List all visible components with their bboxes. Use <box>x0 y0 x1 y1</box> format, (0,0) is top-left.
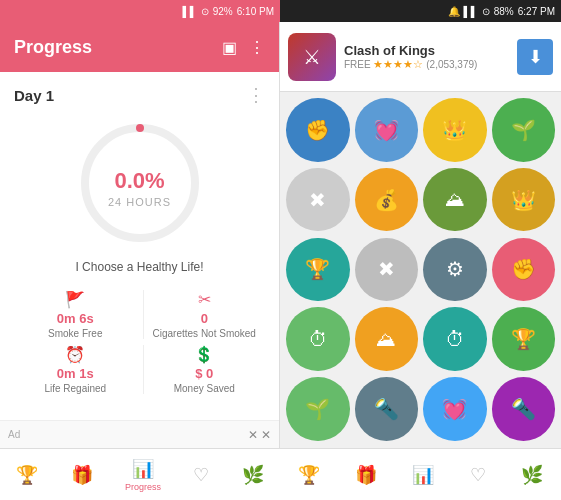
day-options-icon[interactable]: ⋮ <box>247 84 265 106</box>
ad-close-icon[interactable]: ✕ ✕ <box>248 428 271 442</box>
right-battery: 88% <box>494 6 514 17</box>
stat-money: 💲 $ 0 Money Saved <box>143 345 266 394</box>
life-icon: ⏰ <box>65 345 85 364</box>
badge-10[interactable]: ⚙ <box>423 238 487 302</box>
badge-2[interactable]: 👑 <box>423 98 487 162</box>
right-nav-trophy[interactable]: 🏆 <box>298 464 320 486</box>
trophy-icon: 🏆 <box>16 464 38 486</box>
right-signal: ▌▌ <box>464 6 478 17</box>
leaf-icon: 🌿 <box>242 464 264 486</box>
progress-icon: 📊 <box>132 458 154 480</box>
badge-5[interactable]: 💰 <box>355 168 419 232</box>
badge-14[interactable]: ⏱ <box>423 307 487 371</box>
status-bars: ▌▌ ⊙ 92% 6:10 PM 🔔 ▌▌ ⊙ 88% 6:27 PM <box>0 0 561 22</box>
badge-11[interactable]: ✊ <box>492 238 556 302</box>
badge-0[interactable]: ✊ <box>286 98 350 162</box>
smoke-free-label: Smoke Free <box>48 328 102 339</box>
right-leaf-icon: 🌿 <box>521 464 543 486</box>
cigarettes-label: Cigarettes Not Smoked <box>153 328 256 339</box>
nav-gift[interactable]: 🎁 <box>71 464 93 486</box>
bottom-nav-right: 🏆 🎁 📊 ♡ 🌿 <box>280 448 561 500</box>
badge-6[interactable]: ⛰ <box>423 168 487 232</box>
smoke-free-icon: 🚩 <box>65 290 85 309</box>
progress-hours: 24 HOURS <box>108 196 171 208</box>
stat-cigarettes: ✂ 0 Cigarettes Not Smoked <box>143 290 266 339</box>
nav-progress-label: Progress <box>125 482 161 492</box>
left-time: 6:10 PM <box>237 6 274 17</box>
badge-12[interactable]: ⏱ <box>286 307 350 371</box>
life-label: Life Regained <box>44 383 106 394</box>
right-header: ⚔ Clash of Kings FREE ★★★★☆ (2,053,379) … <box>280 22 561 92</box>
badge-grid: ✊ 💓 👑 🌱 ✖ 💰 ⛰ 👑 🏆 ✖ ⚙ ✊ ⏱ ⛰ ⏱ 🏆 🌱 🔦 💓 🔦 <box>280 92 561 448</box>
badge-3[interactable]: 🌱 <box>492 98 556 162</box>
progress-percent: 0.0% <box>114 168 164 194</box>
progress-circle: 0.0% 24 HOURS I Choose a Healthy Life! <box>14 118 265 274</box>
right-panel: ⚔ Clash of Kings FREE ★★★★☆ (2,053,379) … <box>280 22 561 500</box>
badge-8[interactable]: 🏆 <box>286 238 350 302</box>
app-reviews: (2,053,379) <box>426 59 477 70</box>
badge-13[interactable]: ⛰ <box>355 307 419 371</box>
ad-bar: Ad ✕ ✕ <box>0 420 279 448</box>
stat-smoke-free: 🚩 0m 6s Smoke Free <box>14 290 137 339</box>
app-icon: ⚔ <box>288 33 336 81</box>
gift-icon: 🎁 <box>71 464 93 486</box>
cigarette-icon: ✂ <box>198 290 211 309</box>
nav-progress[interactable]: 📊 Progress <box>125 458 161 492</box>
right-nav-progress[interactable]: 📊 <box>412 464 434 486</box>
notification-icon: 🔔 <box>448 6 460 17</box>
main-content: Progress ▣ ⋮ Day 1 ⋮ 0 <box>0 22 561 500</box>
left-panel: Progress ▣ ⋮ Day 1 ⋮ 0 <box>0 22 280 500</box>
badge-1[interactable]: 💓 <box>355 98 419 162</box>
right-wifi: ⊙ <box>482 6 490 17</box>
badge-18[interactable]: 💓 <box>423 377 487 441</box>
left-status-bar: ▌▌ ⊙ 92% 6:10 PM <box>0 0 280 22</box>
header-square-icon[interactable]: ▣ <box>222 38 237 57</box>
left-signal-icon: ▌▌ <box>183 6 197 17</box>
smoke-free-value: 0m 6s <box>57 311 94 326</box>
day-row: Day 1 ⋮ <box>14 84 265 106</box>
right-status-bar: 🔔 ▌▌ ⊙ 88% 6:27 PM <box>280 0 561 22</box>
left-header: Progress ▣ ⋮ <box>0 22 279 72</box>
right-nav-leaf[interactable]: 🌿 <box>521 464 543 486</box>
ad-label: Ad <box>8 429 20 440</box>
badge-9[interactable]: ✖ <box>355 238 419 302</box>
header-icons: ▣ ⋮ <box>222 38 265 57</box>
motivation-text: I Choose a Healthy Life! <box>75 260 203 274</box>
heart-icon: ♡ <box>193 464 209 486</box>
header-menu-icon[interactable]: ⋮ <box>249 38 265 57</box>
badge-17[interactable]: 🔦 <box>355 377 419 441</box>
badge-15[interactable]: 🏆 <box>492 307 556 371</box>
badge-16[interactable]: 🌱 <box>286 377 350 441</box>
app-info: Clash of Kings FREE ★★★★☆ (2,053,379) <box>344 43 509 71</box>
cigarettes-value: 0 <box>201 311 208 326</box>
right-nav-gift[interactable]: 🎁 <box>355 464 377 486</box>
right-gift-icon: 🎁 <box>355 464 377 486</box>
right-trophy-icon: 🏆 <box>298 464 320 486</box>
money-value: $ 0 <box>195 366 213 381</box>
money-icon: 💲 <box>194 345 214 364</box>
stats-grid: 🚩 0m 6s Smoke Free ✂ 0 Cigarettes Not Sm… <box>14 290 265 394</box>
right-time: 6:27 PM <box>518 6 555 17</box>
left-wifi-icon: ⊙ <box>201 6 209 17</box>
nav-leaf[interactable]: 🌿 <box>242 464 264 486</box>
bottom-nav: 🏆 🎁 📊 Progress ♡ 🌿 <box>0 448 280 500</box>
app-stars: ★★★★☆ <box>373 58 423 70</box>
right-progress-icon: 📊 <box>412 464 434 486</box>
badge-7[interactable]: 👑 <box>492 168 556 232</box>
life-value: 0m 1s <box>57 366 94 381</box>
right-nav-heart[interactable]: ♡ <box>470 464 486 486</box>
download-button[interactable]: ⬇ <box>517 39 553 75</box>
left-body: Day 1 ⋮ 0.0% 24 HOURS I Choose a Healthy… <box>0 72 279 420</box>
app-meta: FREE ★★★★☆ (2,053,379) <box>344 58 509 71</box>
stat-life-regained: ⏰ 0m 1s Life Regained <box>14 345 137 394</box>
app-free-label: FREE <box>344 59 371 70</box>
right-heart-icon: ♡ <box>470 464 486 486</box>
left-battery: 92% <box>213 6 233 17</box>
badge-19[interactable]: 🔦 <box>492 377 556 441</box>
money-label: Money Saved <box>174 383 235 394</box>
nav-heart[interactable]: ♡ <box>193 464 209 486</box>
day-label: Day 1 <box>14 87 54 104</box>
badge-4[interactable]: ✖ <box>286 168 350 232</box>
left-header-title: Progress <box>14 37 222 58</box>
nav-trophy[interactable]: 🏆 <box>16 464 38 486</box>
